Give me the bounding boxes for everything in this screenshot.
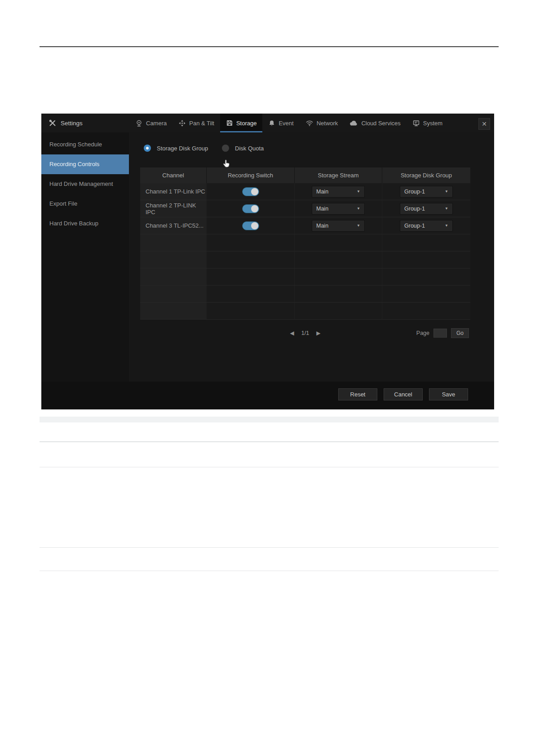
settings-title-group: Settings (49, 114, 83, 132)
channel-cell: Channel 2 TP-LINK IPC (140, 200, 206, 217)
table-row-empty (140, 286, 470, 303)
table-row-empty (140, 303, 470, 320)
column-header-storage-stream: Storage Stream (294, 167, 382, 183)
radio-disk-quota[interactable]: Disk Quota (222, 143, 264, 153)
empty-cell (382, 234, 470, 251)
empty-cell (294, 234, 382, 251)
sidebar-list: Recording ScheduleRecording ControlsHard… (41, 132, 129, 233)
tab-system[interactable]: System (407, 114, 448, 132)
tab-label: Pan & Tilt (189, 120, 214, 127)
settings-title: Settings (61, 120, 83, 127)
tab-event[interactable]: Event (262, 114, 299, 132)
recording-toggle-on[interactable] (242, 204, 259, 213)
system-icon (412, 119, 420, 127)
table-row-empty (140, 251, 470, 268)
storage-stream-cell: Main▼ (294, 217, 382, 234)
network-icon (305, 119, 314, 127)
table-row: Channel 3 TL-IPC52...Main▼Group-1▼ (140, 217, 470, 234)
go-button[interactable]: Go (451, 328, 469, 338)
radio-storage-disk-group[interactable]: Storage Disk Group (144, 143, 208, 153)
storage-disk-group-cell: Group-1▼ (382, 183, 470, 200)
settings-body: Recording ScheduleRecording ControlsHard… (41, 132, 494, 382)
channel-cell: Channel 1 TP-Link IPC (140, 183, 206, 200)
storage-disk-group-dropdown[interactable]: Group-1▼ (400, 186, 453, 198)
storage-icon (226, 119, 233, 127)
chevron-down-icon: ▼ (357, 224, 360, 228)
tab-label: Camera (146, 120, 167, 127)
tab-camera[interactable]: Camera (129, 114, 172, 132)
dropdown-value: Group-1 (404, 189, 425, 195)
empty-cell (140, 234, 206, 251)
sidebar-item-recording-controls[interactable]: Recording Controls (41, 154, 129, 174)
next-page-icon[interactable]: ▶ (316, 330, 320, 336)
channel-table: ChannelRecording SwitchStorage StreamSto… (140, 167, 470, 320)
settings-dialog: Settings CameraPan & TiltStorageEventNet… (41, 114, 494, 409)
sidebar-item-hard-drive-management[interactable]: Hard Drive Management (41, 174, 129, 194)
storage-stream-dropdown[interactable]: Main▼ (312, 186, 365, 198)
document-rule (40, 441, 499, 442)
table-row: Channel 1 TP-Link IPCMain▼Group-1▼ (140, 183, 470, 200)
storage-stream-cell: Main▼ (294, 183, 382, 200)
radio-on-icon[interactable] (144, 145, 151, 152)
prev-page-icon[interactable]: ◀ (290, 330, 294, 336)
empty-cell (382, 251, 470, 268)
sidebar-item-export-file[interactable]: Export File (41, 194, 129, 214)
recording-switch-cell (206, 200, 294, 217)
save-button[interactable]: Save (429, 388, 468, 400)
storage-stream-dropdown[interactable]: Main▼ (312, 203, 365, 215)
cancel-button[interactable]: Cancel (384, 388, 423, 400)
chevron-down-icon: ▼ (445, 207, 448, 211)
empty-cell (294, 251, 382, 268)
bell-icon (268, 119, 275, 127)
recording-toggle-on[interactable] (242, 221, 259, 230)
storage-mode-options: Storage Disk Group Disk Quota (129, 143, 494, 153)
tabstrip: CameraPan & TiltStorageEventNetworkCloud… (129, 114, 448, 132)
storage-disk-group-dropdown[interactable]: Group-1▼ (400, 220, 453, 232)
tab-label: Network (317, 120, 338, 127)
tab-network[interactable]: Network (300, 114, 344, 132)
tab-cloud-services[interactable]: Cloud Services (344, 114, 406, 132)
storage-disk-group-cell: Group-1▼ (382, 200, 470, 217)
empty-cell (140, 286, 206, 302)
dropdown-value: Main (316, 206, 328, 212)
tab-pan-tilt[interactable]: Pan & Tilt (172, 114, 220, 132)
document-table-band (40, 417, 499, 422)
storage-disk-group-dropdown[interactable]: Group-1▼ (400, 203, 453, 215)
empty-cell (294, 286, 382, 302)
radio-off-icon[interactable] (222, 145, 229, 152)
document-rule (40, 467, 499, 467)
document-header-rule (40, 46, 499, 47)
sidebar-item-hard-drive-backup[interactable]: Hard Drive Backup (41, 214, 129, 233)
empty-cell (382, 303, 470, 319)
dialog-footer: Reset Cancel Save (41, 382, 494, 409)
sidebar-item-recording-schedule[interactable]: Recording Schedule (41, 135, 129, 154)
table-row-empty (140, 234, 470, 251)
close-icon[interactable]: ✕ (478, 118, 490, 130)
empty-cell (206, 251, 294, 268)
storage-stream-cell: Main▼ (294, 200, 382, 217)
reset-button[interactable]: Reset (338, 388, 377, 400)
column-header-storage-disk-group: Storage Disk Group (382, 167, 470, 183)
empty-cell (206, 303, 294, 319)
settings-topbar: Settings CameraPan & TiltStorageEventNet… (41, 114, 494, 132)
tab-label: Event (279, 120, 293, 127)
empty-cell (294, 303, 382, 319)
chevron-down-icon: ▼ (445, 189, 448, 193)
channel-cell: Channel 3 TL-IPC52... (140, 217, 206, 234)
recording-toggle-on[interactable] (242, 187, 259, 196)
page-label: Page (416, 330, 429, 336)
empty-cell (140, 268, 206, 285)
table-row-empty (140, 268, 470, 286)
column-header-channel: Channel (140, 167, 206, 183)
sidebar: Recording ScheduleRecording ControlsHard… (41, 132, 129, 382)
page-jump-group: Page Go (416, 328, 469, 338)
pagination-bar: ◀ 1/1 ▶ Page Go (140, 328, 470, 338)
dropdown-value: Group-1 (404, 223, 425, 229)
tab-storage[interactable]: Storage (220, 114, 263, 132)
page-input[interactable] (433, 329, 447, 338)
empty-cell (206, 286, 294, 302)
tab-label: System (423, 120, 442, 127)
storage-stream-dropdown[interactable]: Main▼ (312, 220, 365, 232)
channel-table-header: ChannelRecording SwitchStorage StreamSto… (140, 167, 470, 183)
storage-disk-group-cell: Group-1▼ (382, 217, 470, 234)
